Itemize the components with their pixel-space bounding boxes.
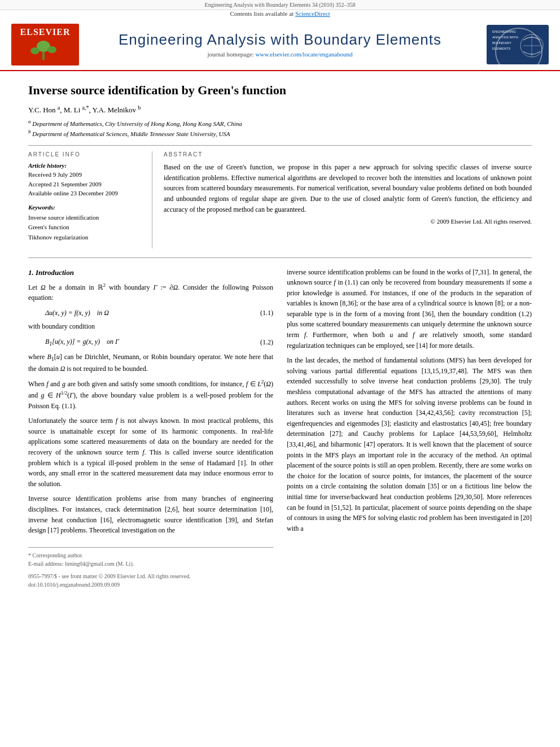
article-info-panel: ARTICLE INFO Article history: Received 9… [28,151,152,248]
boundary-operator-desc: where B1[u] can be Dirichlet, Neumann, o… [28,352,273,374]
available-date: Available online 23 December 2009 [28,189,143,198]
right-para-2: In the last decades, the method of funda… [287,355,532,534]
contents-label: Contents lists available at [230,10,295,17]
journal-banner: ELSEVIER Engineering Analysis with Bound… [0,19,560,70]
eq1-1-number: (1.1) [245,308,273,318]
body-left-col: 1. Introduction Let Ω be a domain in ℝ2 … [28,267,273,589]
abstract-label: ABSTRACT [164,151,532,158]
history-label: Article history: [28,162,143,169]
body-content: 1. Introduction Let Ω be a domain in ℝ2 … [28,267,532,589]
affiliations: a Department of Mathematics, City Univer… [28,118,532,138]
email-note: E-mail address: liming04@gmail.com (M. L… [28,560,273,569]
affiliation-a: a Department of Mathematics, City Univer… [28,118,532,128]
homepage-url-link[interactable]: www.elsevier.com/locate/enganabound [255,51,352,58]
contents-line: Contents lists available at ScienceDirec… [0,10,560,17]
journal-title: Engineering Analysis with Boundary Eleme… [79,31,481,49]
elsevier-logo-area: ELSEVIER [11,24,79,65]
svg-text:ANALYSIS WITH: ANALYSIS WITH [492,36,518,39]
article-info-abstract: ARTICLE INFO Article history: Received 9… [28,151,532,248]
inverse-source-para: Unfortunately the source term f is not a… [28,416,273,489]
article-title: Inverse source identification by Green's… [28,82,532,99]
keyword-3: Tikhonov regularization [28,233,143,243]
journal-title-area: Engineering Analysis with Boundary Eleme… [79,31,481,58]
eq1-2-content: B1[u(x, y)] = g(x, y) on Γ [28,337,245,348]
doi-line: doi:10.1016/j.enganabound.2009.09.009 [28,580,273,589]
journal-logo-right: ENGINEERING ANALYSIS WITH BOUNDARY ELEME… [487,25,549,64]
keyword-2: Green's function [28,222,143,233]
affiliation-b: b Department of Mathematical Sciences, M… [28,128,532,138]
svg-text:ENGINEERING: ENGINEERING [492,30,516,33]
boundary-elements-logo-icon: ENGINEERING ANALYSIS WITH BOUNDARY ELEME… [489,26,546,63]
keyword-1: Inverse source identification [28,213,143,223]
journal-homepage: journal homepage: www.elsevier.com/locat… [79,51,481,58]
svg-text:BOUNDARY: BOUNDARY [492,41,511,45]
svg-point-3 [47,46,56,53]
boundary-condition-label: with boundary condition [28,321,273,332]
divider-1 [28,145,532,146]
intro-para-1: Let Ω be a domain in ℝ2 with boundary Γ … [28,282,273,303]
svg-text:ELEMENTS: ELEMENTS [492,47,510,50]
branches-para: Inverse source identification problems a… [28,493,273,535]
well-posed-para: When f and g are both given and satisfy … [28,378,273,411]
article-history: Article history: Received 9 July 2009 Ac… [28,162,143,198]
eq1-1-content: Δu(x, y) = f(x, y) in Ω [28,308,245,318]
elsevier-tree-icon [23,38,68,61]
issn-line: 0955-7997/$ - see front matter © 2009 El… [28,572,273,581]
svg-point-2 [30,47,40,54]
keywords-label: Keywords: [28,204,143,211]
journal-header: Contents lists available at ScienceDirec… [0,10,560,71]
authors-line: Y.C. Hon a, M. Li a,*, Y.A. Melnikov b [28,104,532,115]
section1-heading: 1. Introduction [28,267,273,278]
eq1-2-number: (1.2) [245,337,273,348]
divider-2 [28,257,532,258]
received-date: Received 9 July 2009 [28,170,143,180]
abstract-text: Based on the use of Green's function, we… [164,162,532,215]
keywords-section: Keywords: Inverse source identification … [28,204,143,243]
equation-1-2: B1[u(x, y)] = g(x, y) on Γ (1.2) [28,337,273,348]
svg-point-9 [520,34,543,57]
sciencedirect-link[interactable]: ScienceDirect [295,10,330,17]
article-content: Inverse source identification by Green's… [0,71,560,606]
footer-area: * Corresponding author. E-mail address: … [28,547,273,589]
article-info-label: ARTICLE INFO [28,151,143,158]
accepted-date: Accepted 21 September 2009 [28,180,143,189]
equation-1-1: Δu(x, y) = f(x, y) in Ω (1.1) [28,308,273,318]
copyright-line: © 2009 Elsevier Ltd. All rights reserved… [164,218,532,225]
journal-logo-right-area: ENGINEERING ANALYSIS WITH BOUNDARY ELEME… [481,25,549,64]
homepage-label: journal homepage: [207,51,253,58]
right-para-1: inverse source identification problems c… [287,267,532,351]
corresponding-note: * Corresponding author. [28,551,273,560]
citation-bar: Engineering Analysis with Boundary Eleme… [0,0,560,10]
abstract-panel: ABSTRACT Based on the use of Green's fun… [164,151,532,248]
elsevier-logo: ELSEVIER [11,24,79,65]
citation-text: Engineering Analysis with Boundary Eleme… [205,2,356,8]
body-right-col: inverse source identification problems c… [287,267,532,589]
